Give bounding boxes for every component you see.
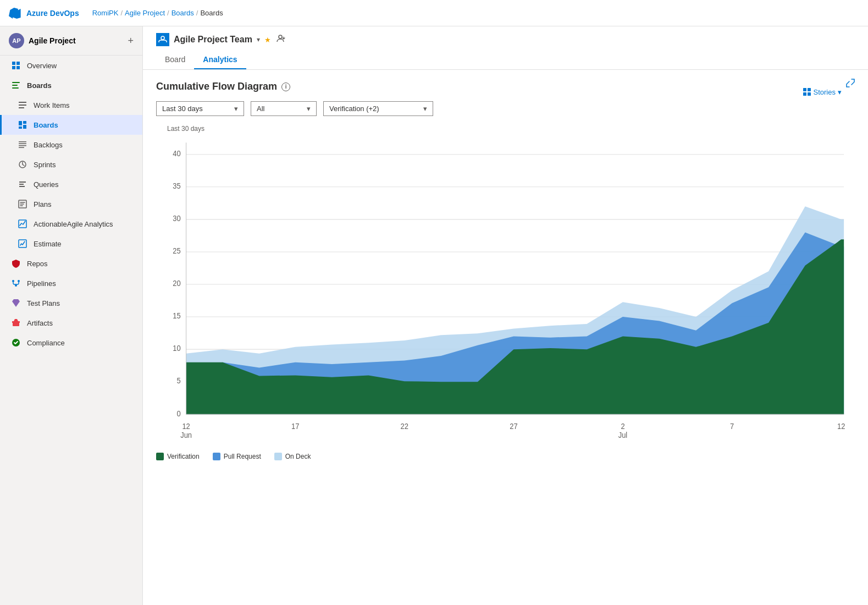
svg-text:12: 12 [837, 422, 845, 431]
breadcrumb-1[interactable]: RomiPK [92, 9, 119, 17]
cumulative-flow-chart: 0 5 10 15 20 25 30 35 40 12 Jun 17 22 [156, 125, 855, 444]
svg-rect-16 [19, 145, 26, 146]
sidebar-item-overview[interactable]: Overview [0, 56, 142, 75]
add-button[interactable]: + [128, 35, 134, 47]
stories-dropdown[interactable]: Stories ▾ [803, 87, 842, 96]
svg-text:30: 30 [173, 215, 180, 223]
sidebar-item-artifacts[interactable]: Artifacts [0, 313, 142, 333]
breadcrumb: RomiPK / Agile Project / Boards / Boards [92, 9, 223, 17]
legend-pull-request: Pull Request [213, 453, 261, 460]
sidebar-item-plans[interactable]: Plans [0, 194, 142, 214]
svg-rect-0 [12, 62, 15, 65]
sidebar-item-repos[interactable]: Repos [0, 254, 142, 273]
breadcrumb-sep-3: / [196, 9, 198, 17]
state-filter[interactable]: Verification (+2) ▾ [323, 101, 433, 116]
legend-verification: Verification [156, 453, 200, 460]
sidebar-item-label: Compliance [27, 339, 65, 347]
svg-text:22: 22 [401, 422, 408, 431]
chart-period-label: Last 30 days [167, 125, 204, 133]
svg-text:7: 7 [730, 422, 734, 431]
svg-text:15: 15 [173, 312, 180, 321]
breadcrumb-3[interactable]: Boards [172, 9, 194, 17]
sidebar-item-label: Overview [27, 62, 57, 70]
sidebar-item-boards-group[interactable]: Boards [0, 75, 142, 95]
type-filter[interactable]: All ▾ [251, 101, 317, 116]
legend-on-deck: On Deck [274, 453, 311, 460]
sidebar-item-queries[interactable]: Queries [0, 174, 142, 194]
svg-text:25: 25 [173, 247, 180, 256]
period-filter-value: Last 30 days [162, 105, 203, 113]
sidebar-item-label: Sprints [34, 161, 56, 169]
svg-rect-30 [803, 88, 806, 91]
boards-group-icon [10, 80, 21, 91]
sidebar-item-estimate[interactable]: Estimate [0, 234, 142, 254]
sidebar-item-boards[interactable]: Boards [0, 115, 142, 135]
sidebar-item-label: Repos [27, 260, 48, 268]
sidebar-item-label: Artifacts [27, 319, 53, 327]
team-name: Agile Project Team [174, 35, 252, 45]
sidebar-item-label: Plans [34, 200, 52, 208]
verification-dot [156, 453, 164, 460]
sidebar-item-sprints[interactable]: Sprints [0, 155, 142, 174]
logo-text: Azure DevOps [26, 9, 79, 18]
svg-rect-13 [19, 127, 22, 129]
svg-text:Jun: Jun [180, 431, 192, 440]
project-name[interactable]: Agile Project [29, 36, 76, 45]
svg-rect-21 [19, 240, 26, 248]
sidebar-item-pipelines[interactable]: Pipelines [0, 273, 142, 293]
breadcrumb-sep-2: / [167, 9, 169, 17]
svg-point-29 [279, 35, 282, 38]
chart-title: Cumulative Flow Diagram i [156, 81, 855, 92]
svg-rect-11 [23, 121, 26, 124]
svg-point-22 [12, 280, 14, 282]
svg-text:17: 17 [291, 422, 299, 431]
tab-analytics[interactable]: Analytics [194, 51, 246, 69]
svg-rect-14 [19, 141, 26, 142]
on-deck-dot [274, 453, 282, 460]
tab-board[interactable]: Board [156, 51, 194, 69]
state-filter-value: Verification (+2) [329, 105, 379, 113]
queries-icon [17, 179, 28, 190]
sidebar-item-work-items[interactable]: Work Items [0, 95, 142, 115]
team-star-icon[interactable]: ★ [264, 36, 271, 44]
sidebar-item-label: Pipelines [27, 279, 56, 288]
svg-rect-4 [12, 82, 20, 83]
sidebar-item-actionable-agile[interactable]: ActionableAgile Analytics [0, 214, 142, 234]
team-chevron-icon[interactable]: ▾ [257, 36, 260, 43]
svg-text:35: 35 [173, 182, 180, 191]
svg-text:Jul: Jul [618, 431, 628, 440]
pipelines-icon [10, 278, 21, 289]
svg-rect-17 [19, 147, 24, 148]
svg-rect-10 [19, 121, 22, 125]
sidebar-item-compliance[interactable]: Compliance [0, 333, 142, 353]
layout: AP Agile Project + Overview Boards [0, 26, 868, 605]
chart-legend: Verification Pull Request On Deck [156, 448, 855, 460]
svg-text:20: 20 [173, 279, 180, 288]
sidebar-nav: Overview Boards Work Items [0, 56, 142, 605]
type-filter-value: All [257, 105, 264, 113]
work-items-icon [17, 100, 28, 111]
azure-devops-logo[interactable]: Azure DevOps [9, 7, 79, 20]
content-area: Stories ▾ Cumulative Flow Diagram i Last… [143, 70, 868, 605]
sidebar-item-backlogs[interactable]: Backlogs [0, 135, 142, 155]
svg-text:40: 40 [173, 149, 180, 158]
sidebar-item-label: Test Plans [27, 299, 60, 307]
overview-icon [10, 60, 21, 71]
team-person-icon[interactable] [275, 34, 285, 46]
sidebar-item-label: Queries [34, 180, 59, 189]
svg-rect-15 [19, 144, 26, 145]
svg-rect-2 [12, 66, 15, 69]
period-filter[interactable]: Last 30 days ▾ [156, 101, 244, 116]
backlogs-icon [17, 139, 28, 150]
info-icon[interactable]: i [281, 82, 290, 91]
stories-label: Stories [814, 88, 836, 96]
expand-icon[interactable] [846, 79, 855, 89]
sidebar-item-test-plans[interactable]: Test Plans [0, 293, 142, 313]
plans-icon [17, 199, 28, 210]
on-deck-label: On Deck [285, 453, 311, 460]
svg-text:0: 0 [176, 409, 180, 418]
chart-area: Last 30 days [156, 125, 855, 444]
breadcrumb-2[interactable]: Agile Project [125, 9, 165, 17]
svg-text:2: 2 [621, 422, 624, 431]
boards-icon [17, 119, 28, 130]
